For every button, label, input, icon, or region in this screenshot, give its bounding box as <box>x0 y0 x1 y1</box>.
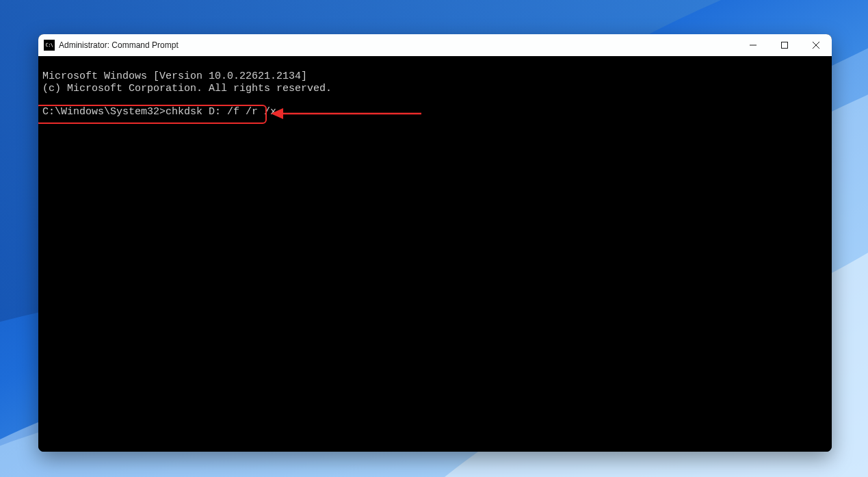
window-titlebar[interactable]: C:\ Administrator: Command Prompt <box>38 34 832 56</box>
command-prompt-window: C:\ Administrator: Command Prompt Micros… <box>38 34 832 452</box>
redacted-output <box>42 130 466 438</box>
terminal-line: Microsoft Windows [Version 10.0.22621.21… <box>42 70 307 82</box>
terminal-prompt: C:\Windows\System32> <box>42 106 166 118</box>
cmd-icon: C:\ <box>44 40 55 51</box>
close-button[interactable] <box>800 34 832 56</box>
window-title: Administrator: Command Prompt <box>59 40 179 50</box>
arrow-left-icon <box>271 105 428 122</box>
terminal-line: (c) Microsoft Corporation. All rights re… <box>42 83 332 94</box>
cursor-icon <box>277 114 282 116</box>
terminal-command: chkdsk D: /f /r /x <box>166 106 276 118</box>
terminal-body[interactable]: Microsoft Windows [Version 10.0.22621.21… <box>38 56 832 452</box>
minimize-button[interactable] <box>737 34 769 56</box>
window-controls <box>737 34 832 56</box>
maximize-button[interactable] <box>769 34 800 56</box>
svg-rect-2 <box>782 42 788 49</box>
